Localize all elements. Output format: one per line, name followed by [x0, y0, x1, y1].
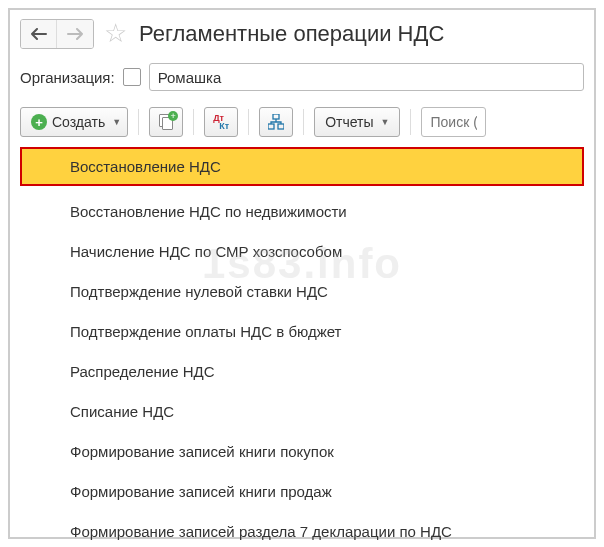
header-row: ☆ Регламентные операции НДС: [10, 10, 594, 59]
menu-item[interactable]: Подтверждение нулевой ставки НДС: [20, 272, 584, 312]
hierarchy-icon: [268, 114, 284, 130]
nav-group: [20, 19, 94, 49]
svg-rect-0: [273, 114, 279, 119]
divider: [248, 109, 249, 135]
page-title: Регламентные операции НДС: [139, 21, 444, 47]
dtkt-icon: ДтКт: [213, 114, 229, 130]
menu-item[interactable]: Начисление НДС по СМР хозспособом: [20, 232, 584, 272]
divider: [193, 109, 194, 135]
create-button[interactable]: + Создать ▼: [20, 107, 128, 137]
organization-checkbox[interactable]: [123, 68, 141, 86]
divider: [410, 109, 411, 135]
menu-item[interactable]: Подтверждение оплаты НДС в бюджет: [20, 312, 584, 352]
svg-rect-2: [278, 124, 284, 129]
chevron-down-icon: ▼: [112, 117, 121, 127]
organization-row: Организация:: [10, 59, 594, 101]
dtkt-button[interactable]: ДтКт: [204, 107, 238, 137]
svg-rect-1: [268, 124, 274, 129]
menu-item[interactable]: Списание НДС: [20, 392, 584, 432]
arrow-left-icon: [30, 28, 48, 40]
star-icon[interactable]: ☆: [104, 18, 127, 49]
arrow-right-icon: [66, 28, 84, 40]
create-label: Создать: [52, 114, 105, 130]
create-menu: Восстановление НДС Восстановление НДС по…: [20, 147, 584, 547]
search-input[interactable]: [421, 107, 486, 137]
menu-item[interactable]: Формирование записей книги покупок: [20, 432, 584, 472]
forward-button[interactable]: [57, 20, 93, 48]
divider: [303, 109, 304, 135]
menu-item[interactable]: Восстановление НДС по недвижимости: [20, 192, 584, 232]
chevron-down-icon: ▼: [381, 117, 390, 127]
menu-item[interactable]: Формирование записей раздела 7 деклараци…: [20, 512, 584, 547]
menu-item[interactable]: Формирование записей книги продаж: [20, 472, 584, 512]
copy-plus-icon: +: [159, 114, 173, 130]
menu-item-vat-restore[interactable]: Восстановление НДС: [20, 147, 584, 186]
hierarchy-button[interactable]: [259, 107, 293, 137]
back-button[interactable]: [21, 20, 57, 48]
toolbar: + Создать ▼ + ДтКт: [10, 101, 594, 147]
divider: [138, 109, 139, 135]
copy-button[interactable]: +: [149, 107, 183, 137]
organization-input[interactable]: [149, 63, 584, 91]
reports-button[interactable]: Отчеты ▼: [314, 107, 400, 137]
reports-label: Отчеты: [325, 114, 373, 130]
organization-label: Организация:: [20, 69, 115, 86]
plus-icon: +: [31, 114, 47, 130]
menu-item[interactable]: Распределение НДС: [20, 352, 584, 392]
